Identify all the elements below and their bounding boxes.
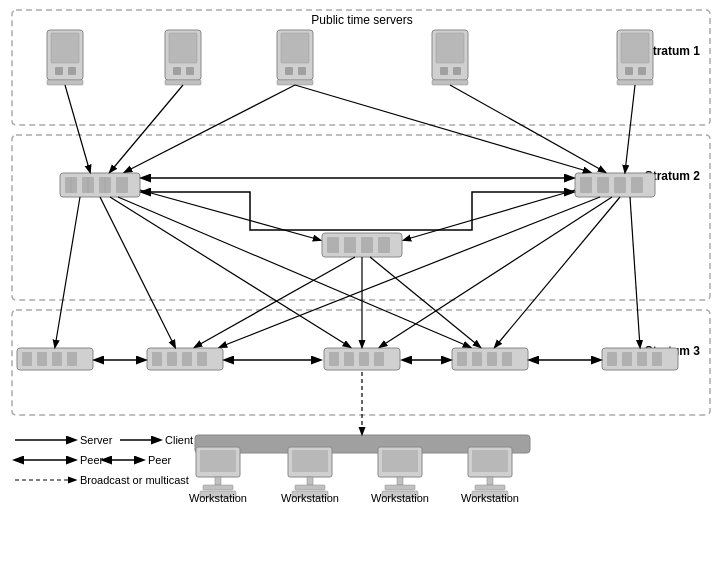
legend-client-label: Client (165, 434, 193, 446)
svg-rect-68 (622, 352, 632, 366)
svg-rect-48 (37, 352, 47, 366)
svg-line-83 (118, 197, 470, 347)
stratum3-device-4 (452, 348, 528, 370)
svg-line-71 (65, 85, 90, 172)
svg-rect-25 (625, 67, 633, 75)
svg-rect-114 (487, 477, 493, 485)
svg-rect-37 (580, 177, 592, 193)
svg-line-85 (380, 197, 612, 347)
svg-rect-17 (277, 80, 313, 85)
stratum2-device-right (575, 173, 655, 197)
svg-rect-105 (295, 485, 325, 490)
svg-rect-7 (47, 80, 83, 85)
workstation-2 (288, 447, 332, 498)
svg-line-76 (625, 85, 635, 172)
svg-rect-100 (203, 485, 233, 490)
svg-rect-38 (597, 177, 609, 193)
ws2-label: Workstation (281, 492, 339, 504)
svg-rect-45 (378, 237, 390, 253)
svg-line-90 (370, 257, 480, 347)
stratum1-server-3 (277, 30, 313, 85)
svg-rect-57 (329, 352, 339, 366)
public-label: Public time servers (311, 13, 412, 27)
svg-rect-42 (327, 237, 339, 253)
ws4-label: Workstation (461, 492, 519, 504)
svg-line-86 (495, 197, 620, 347)
svg-rect-44 (361, 237, 373, 253)
workstation-1 (196, 447, 240, 498)
svg-rect-4 (51, 33, 79, 63)
svg-rect-50 (67, 352, 77, 366)
stratum1-server-4 (432, 30, 468, 85)
svg-rect-103 (292, 450, 328, 472)
svg-rect-65 (502, 352, 512, 366)
svg-rect-11 (186, 67, 194, 75)
diagram-area: Public time servers Stratum 1 Stratum 2 … (0, 0, 723, 581)
svg-rect-53 (167, 352, 177, 366)
svg-rect-69 (637, 352, 647, 366)
svg-line-80 (55, 197, 80, 347)
svg-rect-5 (55, 67, 63, 75)
ws1-label: Workstation (189, 492, 247, 504)
svg-rect-62 (457, 352, 467, 366)
stratum3-device-2 (147, 348, 223, 370)
svg-rect-32 (116, 177, 128, 193)
svg-rect-43 (344, 237, 356, 253)
svg-line-88 (195, 257, 355, 347)
stratum3-device-3 (324, 348, 400, 370)
stratum3-device-1 (17, 348, 93, 370)
svg-rect-104 (307, 477, 313, 485)
svg-rect-6 (68, 67, 76, 75)
svg-line-84 (220, 197, 600, 347)
svg-line-75 (450, 85, 605, 172)
svg-rect-24 (621, 33, 649, 63)
svg-rect-67 (607, 352, 617, 366)
stratum1-server-5 (617, 30, 653, 85)
svg-rect-59 (359, 352, 369, 366)
stratum2-device-center (322, 233, 402, 257)
svg-rect-109 (397, 477, 403, 485)
legend-broadcast: Broadcast or multicast (80, 474, 189, 486)
svg-rect-113 (472, 450, 508, 472)
svg-rect-55 (197, 352, 207, 366)
svg-rect-27 (617, 80, 653, 85)
svg-rect-47 (22, 352, 32, 366)
svg-rect-12 (165, 80, 201, 85)
svg-rect-108 (382, 450, 418, 472)
svg-rect-26 (638, 67, 646, 75)
stratum3-device-5 (602, 348, 678, 370)
svg-rect-39 (614, 177, 626, 193)
svg-line-72 (110, 85, 183, 172)
svg-rect-115 (475, 485, 505, 490)
svg-rect-70 (652, 352, 662, 366)
stratum1-server-2 (165, 30, 201, 85)
svg-rect-1 (12, 135, 710, 300)
svg-line-87 (630, 197, 640, 347)
svg-rect-60 (374, 352, 384, 366)
svg-rect-99 (215, 477, 221, 485)
svg-rect-0 (12, 10, 710, 125)
workstation-4 (468, 447, 512, 498)
svg-line-73 (125, 85, 295, 172)
svg-rect-52 (152, 352, 162, 366)
svg-rect-64 (487, 352, 497, 366)
svg-rect-58 (344, 352, 354, 366)
svg-rect-10 (173, 67, 181, 75)
stratum2-device-left (60, 173, 140, 197)
legend-server-client: Server (80, 434, 113, 446)
stratum1-server-1 (47, 30, 83, 85)
svg-rect-15 (285, 67, 293, 75)
svg-rect-14 (281, 33, 309, 63)
svg-rect-22 (432, 80, 468, 85)
svg-line-79 (404, 190, 575, 240)
svg-rect-40 (631, 177, 643, 193)
svg-rect-9 (169, 33, 197, 63)
ws3-label: Workstation (371, 492, 429, 504)
svg-rect-63 (472, 352, 482, 366)
svg-rect-20 (440, 67, 448, 75)
svg-rect-54 (182, 352, 192, 366)
svg-rect-110 (385, 485, 415, 490)
svg-line-81 (100, 197, 175, 347)
svg-rect-21 (453, 67, 461, 75)
svg-rect-98 (200, 450, 236, 472)
